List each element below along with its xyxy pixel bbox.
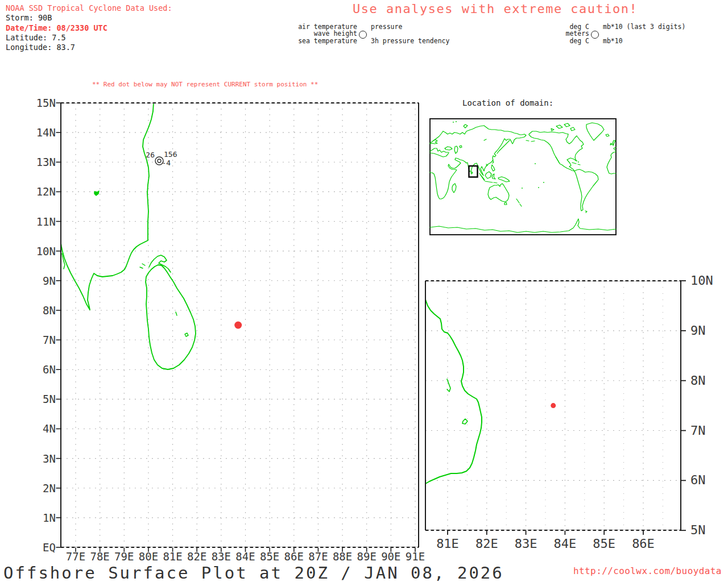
station-pressure: 156: [164, 150, 177, 159]
station-legend-pressure: pressure: [371, 23, 402, 30]
lat-label-5N: 5N: [23, 393, 56, 405]
station-pressure-tendency: -4: [162, 159, 171, 167]
domain-inset-title: Location of domain:: [462, 98, 553, 107]
lat-label-1N: 1N: [23, 512, 56, 524]
lat-label-7N: 7N: [23, 334, 56, 346]
lat-label-4N: 4N: [23, 422, 56, 435]
units-legend-left-2: deg C: [512, 38, 589, 44]
info-line-2: Date/Time: 08/2330 UTC: [6, 23, 172, 33]
inset-lat-label-7N: 7N: [690, 423, 706, 438]
lat-label-6N: 6N: [23, 363, 56, 376]
lat-label-3N: 3N: [23, 452, 56, 465]
inset-lat-label-8N: 8N: [690, 373, 706, 388]
station-legend-left-2: sea temperature: [239, 38, 357, 44]
lat-label-12N: 12N: [23, 185, 56, 198]
lat-label-8N: 8N: [23, 304, 56, 317]
lon-label-91E: 91E: [398, 550, 432, 563]
lat-label-10N: 10N: [23, 245, 56, 257]
lat-label-11N: 11N: [23, 215, 56, 228]
lat-label-14N: 14N: [23, 126, 56, 139]
station-air-temperature: 26: [146, 151, 155, 159]
storm-info-block: NOAA SSD Tropical Cyclone Data Used:Stor…: [6, 3, 172, 52]
units-legend-right-bottom: mb*10: [603, 38, 623, 44]
info-line-4: Longitude: 83.7: [6, 43, 172, 52]
info-line-3: Latitude: 7.5: [6, 33, 172, 43]
lat-label-2N: 2N: [23, 482, 56, 494]
lat-label-9N: 9N: [23, 275, 56, 287]
storm-position-warning: ** Red dot below may NOT represent CURRE…: [92, 81, 318, 88]
units-legend-right-top: mb*10 (last 3 digits): [603, 23, 685, 30]
inset-lat-label-6N: 6N: [690, 473, 706, 487]
units-circle-icon: [591, 31, 599, 39]
caution-banner: Use analyses with extreme caution!: [353, 2, 638, 16]
station-legend-left-1: wave height: [239, 30, 357, 37]
info-line-0: NOAA SSD Tropical Cyclone Data Used:: [6, 3, 172, 13]
plot-title: Offshore Surface Plot at 20Z / JAN 08, 2…: [3, 563, 504, 582]
lat-label-EQ: EQ: [23, 541, 56, 554]
station-legend-tendency: 3h pressure tendency: [371, 38, 449, 44]
units-legend-left-1: meters: [512, 30, 589, 37]
offshore-surface-plot: 26156-4 NOAA SSD Tropical Cyclone Data U…: [0, 0, 728, 582]
station-circle-icon: [359, 31, 367, 39]
source-url-link[interactable]: http://coolwx.com/buoydata: [573, 566, 722, 576]
info-line-1: Storm: 90B: [6, 13, 172, 23]
inset-lat-label-10N: 10N: [690, 273, 713, 288]
storm-position-dot-main: [234, 322, 242, 329]
inset-lon-label-86E: 86E: [621, 537, 666, 551]
inset-lat-label-5N: 5N: [690, 523, 706, 537]
storm-position-dot-inset: [551, 403, 556, 408]
inset-lat-label-9N: 9N: [690, 323, 706, 338]
lat-label-15N: 15N: [23, 97, 56, 109]
lat-label-13N: 13N: [23, 156, 56, 168]
